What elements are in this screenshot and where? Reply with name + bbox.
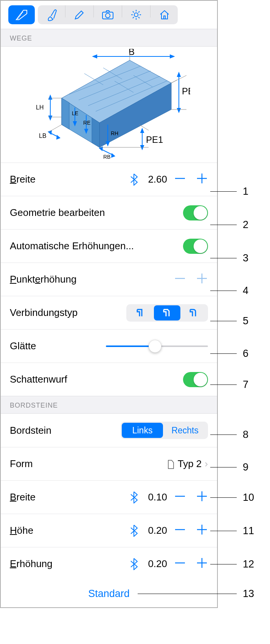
minus-button[interactable]: [174, 490, 186, 505]
form-value: Typ 2: [178, 458, 202, 470]
svg-text:PE1: PE1: [146, 134, 163, 145]
diagram: B PE2 PE1 LH LB LE RE RH RB: [1, 47, 217, 163]
callout-8: 8: [243, 429, 248, 441]
minus-button[interactable]: [174, 172, 186, 187]
value-bbreite[interactable]: 0.10: [144, 491, 167, 503]
row-form[interactable]: Form Typ 2 ›: [1, 447, 217, 480]
callout-9: 9: [243, 461, 248, 473]
plus-button[interactable]: [196, 490, 208, 505]
svg-marker-31: [177, 108, 180, 112]
svg-line-66: [48, 125, 62, 132]
callout-6: 6: [243, 348, 248, 360]
bluetooth-icon: [130, 491, 138, 503]
value-erh[interactable]: 0.20: [144, 558, 167, 570]
row-glaette: Glätte: [1, 329, 217, 363]
svg-line-8: [138, 17, 140, 18]
svg-text:LH: LH: [36, 104, 43, 111]
brush-tool[interactable]: [38, 5, 64, 24]
svg-marker-24: [92, 118, 99, 147]
row-auto: Automatische Erhöhungen...: [1, 229, 217, 263]
house-tool[interactable]: [151, 5, 178, 24]
svg-marker-39: [49, 116, 52, 120]
svg-marker-23: [62, 98, 69, 129]
minus-button[interactable]: [174, 272, 186, 287]
svg-text:LB: LB: [39, 133, 47, 139]
value-breite[interactable]: 2.60: [144, 174, 167, 185]
section-wege: Wege: [1, 29, 217, 47]
pencil-tool[interactable]: [66, 5, 93, 24]
ruler-icon: [15, 8, 28, 21]
svg-text:RB: RB: [103, 154, 110, 159]
pencil-icon: [74, 9, 85, 20]
svg-marker-52: [106, 142, 109, 145]
callout-5: 5: [243, 315, 248, 327]
shape-icon: [167, 459, 175, 469]
row-bord-breite: Breite 0.10: [1, 480, 217, 514]
svg-marker-27: [170, 55, 174, 58]
row-bordstein: Bordstein Links Rechts: [1, 414, 217, 447]
light-tool[interactable]: [123, 5, 149, 24]
svg-text:B: B: [129, 49, 135, 57]
row-geometrie: Geometrie bearbeiten: [1, 196, 217, 229]
dimensions-tool[interactable]: [8, 5, 35, 24]
camera-tool[interactable]: [95, 5, 121, 24]
label-auto: Automatische Erhöhungen...: [10, 240, 134, 252]
svg-line-9: [133, 17, 134, 18]
minus-button[interactable]: [174, 557, 186, 571]
plus-button[interactable]: [196, 172, 208, 187]
join-type-3[interactable]: [180, 305, 207, 320]
bordstein-links[interactable]: Links: [122, 423, 163, 438]
slider-glaette[interactable]: [106, 345, 208, 347]
row-bord-erh: Erhöhung 0.20: [1, 547, 217, 580]
toolbar: [1, 1, 217, 29]
inspector-panel: Wege B PE2 PE1 LH LB LE RE RH RB Breite …: [0, 0, 218, 608]
plus-button[interactable]: [196, 272, 208, 287]
join-type-2[interactable]: [154, 305, 180, 320]
bordstein-rechts[interactable]: Rechts: [163, 423, 207, 438]
label-breite: Breite: [10, 174, 36, 185]
corner-sharp-icon: [137, 309, 145, 317]
row-breite: Breite 2.60: [1, 163, 217, 196]
callout-1: 1: [243, 186, 248, 197]
path-diagram: B PE2 PE1 LH LB LE RE RH RB: [28, 49, 190, 159]
label-punkt: Punkterhöhung: [10, 274, 76, 285]
chevron-right-icon: ›: [205, 458, 208, 470]
stepper-punkt: [174, 272, 208, 287]
segmented-bordstein: Links Rechts: [121, 422, 208, 439]
label-glaette: Glätte: [10, 340, 36, 352]
section-bordsteine: Bordsteine: [1, 396, 217, 414]
segmented-verbtyp: [126, 304, 208, 322]
house-icon: [159, 9, 170, 20]
plus-button[interactable]: [196, 557, 208, 571]
stepper-breite: [174, 172, 208, 187]
svg-point-1: [106, 13, 110, 18]
row-verbindungstyp: Verbindungstyp: [1, 296, 217, 329]
toggle-auto[interactable]: [183, 239, 208, 254]
svg-marker-38: [49, 95, 52, 99]
svg-point-2: [134, 13, 138, 17]
value-hoehe[interactable]: 0.20: [144, 525, 167, 536]
plus-button[interactable]: [196, 524, 208, 538]
svg-marker-56: [112, 154, 115, 157]
corner-bevel-icon: [163, 309, 171, 317]
row-punkterhoehung: Punkterhöhung: [1, 263, 217, 296]
svg-text:PE2: PE2: [182, 86, 190, 96]
svg-text:LE: LE: [72, 110, 78, 116]
minus-button[interactable]: [174, 524, 186, 538]
row-schatten: Schattenwurf: [1, 363, 217, 396]
bluetooth-icon: [130, 558, 138, 570]
callout-2: 2: [243, 219, 248, 231]
svg-marker-34: [141, 129, 144, 133]
row-bord-hoehe: Höhe 0.20: [1, 514, 217, 547]
svg-marker-30: [177, 73, 180, 77]
join-type-1[interactable]: [127, 305, 154, 320]
svg-text:RH: RH: [111, 130, 118, 136]
callout-11: 11: [243, 525, 254, 537]
callout-13: 13: [243, 588, 254, 600]
callout-12: 12: [243, 558, 254, 570]
bluetooth-icon: [130, 525, 138, 537]
toggle-geometrie[interactable]: [183, 205, 208, 220]
toggle-schatten[interactable]: [183, 372, 208, 387]
svg-marker-26: [93, 55, 97, 58]
callout-10: 10: [243, 492, 254, 503]
